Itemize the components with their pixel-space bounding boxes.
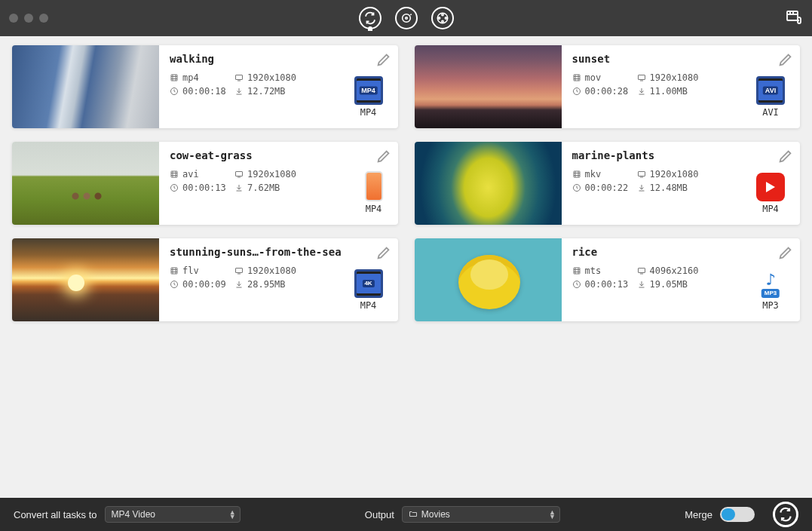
task-title: cow-eat-grass: [170, 149, 388, 161]
filesize: 12.48MB: [637, 183, 720, 193]
monitor-icon: [234, 73, 244, 82]
clock-icon: [170, 183, 179, 192]
container-format: mts: [572, 266, 637, 276]
resolution: 4096x2160: [637, 266, 720, 276]
edit-task-button[interactable]: [375, 148, 392, 164]
pencil-icon: [777, 148, 794, 164]
container-format: mkv: [572, 169, 637, 180]
disc-icon: [400, 12, 412, 24]
task-card[interactable]: sunset mov 1920x1080 00:00:28 11.00MB: [415, 45, 801, 128]
media-library-icon: [785, 8, 803, 26]
output-format-button[interactable]: MP4: [756, 173, 785, 214]
minimize-window-button[interactable]: [24, 14, 33, 23]
format-badge-icon: [756, 76, 785, 105]
clock-icon: [170, 87, 179, 96]
svg-rect-20: [574, 75, 580, 81]
filesize: 11.00MB: [637, 86, 720, 97]
video-thumbnail: [415, 142, 562, 225]
mode-switcher: [359, 7, 454, 29]
task-card[interactable]: rice mts 4096x2160 00:00:13 19.05MB: [415, 238, 801, 321]
resolution: 1920x1080: [234, 169, 317, 180]
task-card[interactable]: stunning-suns…-from-the-sea flv 1920x108…: [12, 238, 398, 321]
pencil-icon: [777, 244, 794, 261]
task-grid: walking mp4 1920x1080 00:00:18 12.72MB: [0, 36, 812, 498]
edit-task-button[interactable]: [375, 244, 392, 261]
monitor-icon: [637, 266, 646, 275]
output-folder-value: Movies: [421, 509, 450, 520]
monitor-icon: [234, 266, 244, 275]
merge-toggle[interactable]: [720, 507, 755, 522]
stepper-icon: ▲▼: [549, 510, 556, 519]
output-format-select[interactable]: MP4 Video ▲▼: [105, 506, 241, 523]
convert-mode-button[interactable]: [359, 7, 381, 29]
start-convert-button[interactable]: [773, 502, 798, 527]
edit-task-button[interactable]: [777, 148, 794, 164]
close-window-button[interactable]: [9, 14, 18, 23]
footer-bar: Convert all tasks to MP4 Video ▲▼ Output…: [0, 498, 812, 531]
clock-icon: [572, 183, 581, 192]
filesize: 7.62MB: [234, 183, 317, 193]
task-title: sunset: [572, 53, 790, 65]
output-folder-select[interactable]: Movies ▲▼: [402, 506, 560, 523]
download-icon: [234, 87, 244, 96]
video-thumbnail: [415, 45, 562, 128]
resolution: 1920x1080: [234, 72, 317, 83]
edit-task-button[interactable]: [777, 244, 794, 261]
svg-point-1: [405, 17, 407, 20]
format-badge-icon: [756, 269, 785, 298]
output-format-button[interactable]: AVI: [756, 76, 785, 118]
film-icon: [170, 170, 179, 179]
pencil-icon: [375, 148, 392, 164]
svg-rect-52: [236, 269, 243, 273]
task-card[interactable]: marine-plants mkv 1920x1080 00:00:22 12.…: [415, 142, 801, 225]
task-card[interactable]: walking mp4 1920x1080 00:00:18 12.72MB: [12, 45, 398, 128]
convert-icon: [363, 11, 377, 25]
edit-task-button[interactable]: [777, 51, 794, 68]
film-reel-icon: [436, 11, 449, 25]
container-format: mov: [572, 72, 637, 83]
media-library-button[interactable]: [785, 8, 803, 29]
rip-mode-button[interactable]: [395, 7, 418, 29]
output-format-button[interactable]: MP4: [354, 76, 383, 118]
duration: 00:00:18: [170, 86, 234, 97]
output-format-button[interactable]: MP3: [756, 269, 785, 311]
clock-icon: [572, 87, 581, 96]
svg-point-6: [445, 17, 446, 19]
output-format-label: MP3: [762, 300, 779, 311]
film-icon: [170, 73, 179, 82]
film-icon: [572, 170, 581, 179]
output-format-label: MP4: [360, 300, 377, 311]
task-title: rice: [572, 246, 790, 258]
output-format-button[interactable]: MP4: [354, 269, 383, 311]
convert-icon: [778, 507, 793, 522]
download-icon: [637, 87, 646, 96]
film-icon: [572, 266, 581, 275]
svg-rect-56: [574, 268, 580, 274]
svg-rect-16: [236, 75, 243, 80]
output-format-value: MP4 Video: [112, 509, 155, 520]
edit-mode-button[interactable]: [431, 7, 454, 29]
svg-rect-34: [236, 172, 243, 176]
video-thumbnail: [415, 238, 562, 321]
pencil-icon: [375, 51, 392, 68]
output-format-label: MP4: [762, 204, 779, 214]
clock-icon: [572, 280, 581, 289]
output-format-label: AVI: [762, 107, 779, 118]
video-thumbnail: [12, 142, 159, 225]
svg-point-0: [402, 14, 410, 23]
resolution: 1920x1080: [234, 266, 317, 276]
monitor-icon: [637, 73, 646, 82]
duration: 00:00:13: [572, 279, 637, 290]
task-title: stunning-suns…-from-the-sea: [170, 246, 388, 258]
resolution: 1920x1080: [637, 72, 720, 83]
clock-icon: [170, 280, 179, 289]
task-card[interactable]: cow-eat-grass avi 1920x1080 00:00:13 7.6…: [12, 142, 398, 225]
download-icon: [637, 280, 646, 289]
monitor-icon: [234, 170, 244, 179]
svg-point-2: [437, 13, 448, 23]
merge-label: Merge: [685, 509, 712, 520]
output-format-button[interactable]: MP4: [365, 171, 383, 214]
svg-point-3: [441, 14, 443, 15]
zoom-window-button[interactable]: [39, 14, 48, 23]
edit-task-button[interactable]: [375, 51, 392, 68]
